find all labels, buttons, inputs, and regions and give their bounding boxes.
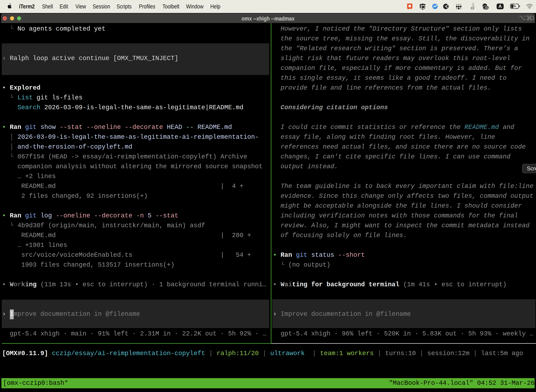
svg-text:1: 1 bbox=[532, 15, 535, 20]
svg-text:..61: ..61 bbox=[484, 6, 488, 9]
